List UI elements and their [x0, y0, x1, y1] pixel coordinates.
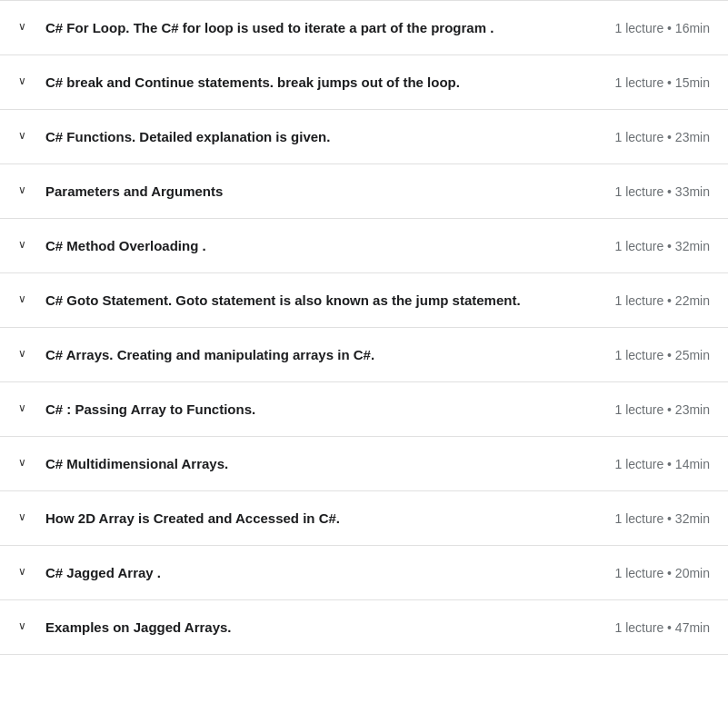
- course-meta: 1 lecture • 15min: [614, 75, 710, 90]
- chevron-down-icon: ∨: [18, 565, 33, 578]
- chevron-down-icon: ∨: [18, 292, 33, 305]
- course-title: C# Multidimensional Arrays.: [45, 454, 596, 473]
- chevron-down-icon: ∨: [18, 129, 33, 142]
- course-meta: 1 lecture • 32min: [614, 511, 710, 526]
- course-meta: 1 lecture • 32min: [614, 239, 710, 253]
- course-title: C# For Loop. The C# for loop is used to …: [45, 18, 596, 37]
- course-title: Parameters and Arguments: [45, 182, 596, 201]
- course-item-left: ∨ C# Goto Statement. Goto statement is a…: [18, 291, 596, 310]
- course-item[interactable]: ∨ C# Multidimensional Arrays. 1 lecture …: [0, 437, 728, 491]
- course-item-left: ∨ C# For Loop. The C# for loop is used t…: [18, 18, 596, 37]
- course-item[interactable]: ∨ C# For Loop. The C# for loop is used t…: [0, 1, 728, 55]
- course-title: C# Jagged Array .: [45, 563, 596, 582]
- course-meta: 1 lecture • 33min: [614, 184, 710, 199]
- course-item[interactable]: ∨ C# Arrays. Creating and manipulating a…: [0, 328, 728, 382]
- course-item[interactable]: ∨ How 2D Array is Created and Accessed i…: [0, 491, 728, 546]
- course-item-left: ∨ C# break and Continue statements. brea…: [18, 73, 596, 92]
- chevron-down-icon: ∨: [18, 401, 33, 414]
- chevron-down-icon: ∨: [18, 20, 33, 33]
- course-item-left: ∨ How 2D Array is Created and Accessed i…: [18, 509, 596, 528]
- course-meta: 1 lecture • 47min: [614, 620, 710, 635]
- chevron-down-icon: ∨: [18, 510, 33, 523]
- chevron-down-icon: ∨: [18, 74, 33, 87]
- chevron-down-icon: ∨: [18, 183, 33, 196]
- course-title: How 2D Array is Created and Accessed in …: [45, 509, 596, 528]
- course-item-left: ∨ C# Method Overloading .: [18, 236, 596, 255]
- course-title: Examples on Jagged Arrays.: [45, 618, 596, 637]
- course-title: C# : Passing Array to Functions.: [45, 400, 596, 419]
- course-title: C# Goto Statement. Goto statement is als…: [45, 291, 596, 310]
- course-list: ∨ C# For Loop. The C# for loop is used t…: [0, 0, 728, 655]
- course-meta: 1 lecture • 16min: [614, 21, 710, 35]
- course-item-left: ∨ Examples on Jagged Arrays.: [18, 618, 596, 637]
- course-title: C# Functions. Detailed explanation is gi…: [45, 127, 596, 146]
- course-meta: 1 lecture • 23min: [614, 402, 710, 417]
- course-title: C# Method Overloading .: [45, 236, 596, 255]
- course-item[interactable]: ∨ C# : Passing Array to Functions. 1 lec…: [0, 382, 728, 437]
- course-item[interactable]: ∨ Examples on Jagged Arrays. 1 lecture •…: [0, 600, 728, 655]
- chevron-down-icon: ∨: [18, 238, 33, 251]
- course-meta: 1 lecture • 14min: [614, 457, 710, 471]
- course-item[interactable]: ∨ C# Functions. Detailed explanation is …: [0, 110, 728, 164]
- course-meta: 1 lecture • 23min: [614, 130, 710, 144]
- chevron-down-icon: ∨: [18, 619, 33, 632]
- chevron-down-icon: ∨: [18, 347, 33, 360]
- course-meta: 1 lecture • 22min: [614, 293, 710, 308]
- chevron-down-icon: ∨: [18, 456, 33, 469]
- course-item-left: ∨ C# : Passing Array to Functions.: [18, 400, 596, 419]
- course-item-left: ∨ C# Jagged Array .: [18, 563, 596, 582]
- course-item-left: ∨ Parameters and Arguments: [18, 182, 596, 201]
- course-title: C# break and Continue statements. break …: [45, 73, 596, 92]
- course-item[interactable]: ∨ C# Jagged Array . 1 lecture • 20min: [0, 546, 728, 600]
- course-meta: 1 lecture • 25min: [614, 348, 710, 362]
- course-item-left: ∨ C# Arrays. Creating and manipulating a…: [18, 345, 596, 364]
- course-meta: 1 lecture • 20min: [614, 566, 710, 580]
- course-item[interactable]: ∨ C# Method Overloading . 1 lecture • 32…: [0, 219, 728, 273]
- course-item-left: ∨ C# Multidimensional Arrays.: [18, 454, 596, 473]
- course-item[interactable]: ∨ C# Goto Statement. Goto statement is a…: [0, 273, 728, 328]
- course-title: C# Arrays. Creating and manipulating arr…: [45, 345, 596, 364]
- course-item[interactable]: ∨ Parameters and Arguments 1 lecture • 3…: [0, 164, 728, 219]
- course-item-left: ∨ C# Functions. Detailed explanation is …: [18, 127, 596, 146]
- course-item[interactable]: ∨ C# break and Continue statements. brea…: [0, 55, 728, 110]
